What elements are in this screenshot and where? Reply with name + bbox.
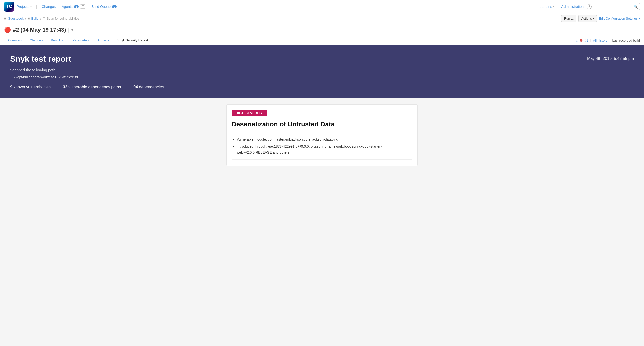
vuln-detail-module: Vulnerable module: com.fasterxml.jackson… (237, 136, 412, 143)
severity-badge: HIGH SEVERITY (232, 110, 267, 116)
user-dropdown-icon: ▾ (553, 5, 554, 8)
vulnerability-card: HIGH SEVERITY Deserialization of Untrust… (226, 104, 418, 166)
logo[interactable]: TC (4, 2, 14, 12)
nav-changes[interactable]: Changes (39, 3, 58, 10)
breadcrumb-build[interactable]: Build (31, 17, 39, 20)
history-error-badge: ❶ (580, 39, 583, 42)
tab-snyk-security-report[interactable]: Snyk Security Report (113, 36, 152, 45)
tab-overview[interactable]: Overview (4, 36, 26, 45)
snyk-stat-vulnerabilities: 9 known vulnerabilities (10, 85, 51, 89)
breadcrumb-bar: ⊞ Guestbook / ⊞ Build / ☐ Scan for vulne… (0, 13, 644, 24)
history-separator: | (590, 39, 591, 42)
snyk-dep-label: dependencies (139, 85, 164, 89)
edit-config-label: Edit Configuration Settings (599, 17, 638, 20)
snyk-dep-paths-label: vulnerable dependency paths (68, 85, 121, 89)
breadcrumb: ⊞ Guestbook / ⊞ Build / ☐ Scan for vulne… (4, 17, 79, 20)
tab-build-log[interactable]: Build Log (47, 36, 68, 45)
breadcrumb-sep-2: / (40, 17, 41, 20)
breadcrumb-sep-1: / (25, 17, 26, 20)
nav-user[interactable]: jetbrains ▾ (539, 5, 554, 9)
vuln-detail-introduced: Introduced through: eac18734f22e91fd@0.0… (237, 144, 412, 156)
edit-config-dropdown-icon: ▾ (639, 17, 640, 20)
all-history-link[interactable]: All history (593, 39, 607, 42)
tab-parameters[interactable]: Parameters (68, 36, 93, 45)
actions-dropdown-icon: ▾ (593, 17, 594, 20)
actions-label: Actions (581, 17, 592, 20)
nav-projects[interactable]: Projects ▾ (14, 3, 34, 10)
content-area: HIGH SEVERITY Deserialization of Untrust… (0, 98, 644, 172)
breadcrumb-icon-build: ⊞ (28, 17, 30, 20)
snyk-dep-count: 94 (133, 85, 138, 89)
breadcrumb-guestbook[interactable]: Guestbook (8, 17, 24, 20)
agents-badge: 1 (74, 5, 79, 8)
snyk-divider-2 (127, 84, 127, 90)
nav-projects-label: Projects (17, 5, 29, 9)
snyk-stats: 9 known vulnerabilities 32 vulnerable de… (10, 84, 164, 90)
breadcrumb-icon-scan: ☐ (43, 17, 45, 20)
run-ellipsis: ... (571, 17, 574, 20)
nav-build-queue-label: Build Queue (91, 5, 111, 9)
edit-config-link[interactable]: Edit Configuration Settings ▾ (599, 17, 640, 20)
agents-icon-btn[interactable]: ☐ (80, 4, 85, 9)
vulnerability-title: Deserialization of Untrusted Data (227, 116, 417, 132)
projects-dropdown-icon: ▾ (30, 5, 32, 8)
nav-separator-user: | (557, 5, 558, 9)
run-button[interactable]: Run ... (561, 15, 577, 22)
history-pipe: | (609, 39, 610, 42)
tab-artifacts[interactable]: Artifacts (94, 36, 113, 45)
actions-button[interactable]: Actions ▾ (578, 15, 597, 22)
breadcrumb-icon-guestbook: ⊞ (4, 17, 6, 20)
snyk-path-text: /opt/buildagent/work/eac18734f22e91fd (16, 75, 78, 79)
tab-history-nav: « ❶ #1 | All history | Last recorded bui… (575, 38, 640, 43)
history-number-link[interactable]: #1 (585, 39, 588, 42)
snyk-path-bullet: • (14, 75, 16, 79)
nav-agents[interactable]: Agents 1 ☐ (59, 3, 88, 10)
snyk-header-left: Snyk test report Scanned the following p… (10, 54, 164, 90)
top-navigation: TC Projects ▾ | Changes Agents 1 ☐ Build… (0, 0, 644, 13)
nav-username: jetbrains (539, 5, 552, 9)
vuln-card-footer (227, 160, 417, 166)
build-queue-badge: 0 (112, 5, 117, 8)
vulnerability-details-list: Vulnerable module: com.fasterxml.jackson… (232, 136, 412, 155)
snyk-header: Snyk test report Scanned the following p… (0, 45, 644, 98)
build-error-icon: 🔴 (4, 27, 11, 33)
vulnerability-details: Vulnerable module: com.fasterxml.jackson… (227, 132, 417, 159)
history-prev-link[interactable]: « (575, 38, 578, 43)
snyk-vuln-label: known vulnerabilities (13, 85, 51, 89)
nav-changes-label: Changes (42, 5, 56, 9)
run-label: Run (564, 17, 570, 20)
nav-right: jetbrains ▾ | Administration ? 🔍 (539, 3, 640, 10)
last-recorded-label: Last recorded build (612, 39, 640, 42)
build-title-text: #2 (04 May 19 17:43) (13, 27, 66, 33)
snyk-stat-dependencies: 94 dependencies (133, 85, 164, 89)
tab-changes[interactable]: Changes (26, 36, 47, 45)
snyk-title: Snyk test report (10, 54, 164, 64)
snyk-scanned-label: Scanned the following path: (10, 68, 164, 72)
nav-links: Projects ▾ | Changes Agents 1 ☐ Build Qu… (14, 3, 539, 10)
snyk-stat-dep-paths: 32 vulnerable dependency paths (63, 85, 121, 89)
search-icon: 🔍 (634, 5, 638, 9)
snyk-vuln-count: 9 (10, 85, 12, 89)
build-title-bar: 🔴 #2 (04 May 19 17:43) | ▾ Overview Chan… (0, 24, 644, 45)
nav-agents-label: Agents (62, 5, 73, 9)
snyk-date: May 4th 2019, 5:43:55 pm (587, 56, 634, 61)
snyk-dep-paths-count: 32 (63, 85, 67, 89)
build-dropdown-button[interactable]: ▾ (71, 28, 73, 32)
breadcrumb-actions: Run ... Actions ▾ Edit Configuration Set… (561, 15, 640, 22)
nav-help[interactable]: ? (587, 4, 592, 9)
nav-separator-1: | (36, 5, 37, 9)
nav-search-wrap: 🔍 (595, 3, 640, 10)
snyk-divider-1 (57, 84, 57, 90)
nav-administration[interactable]: Administration (561, 5, 584, 9)
tabs-bar: Overview Changes Build Log Parameters Ar… (4, 36, 640, 45)
build-title: 🔴 #2 (04 May 19 17:43) | ▾ (4, 27, 640, 33)
nav-build-queue[interactable]: Build Queue 0 (89, 3, 119, 10)
breadcrumb-scan: Scan for vulnerabilities (47, 17, 79, 20)
pipe-sep-title: | (68, 27, 70, 33)
search-input[interactable] (595, 3, 640, 10)
